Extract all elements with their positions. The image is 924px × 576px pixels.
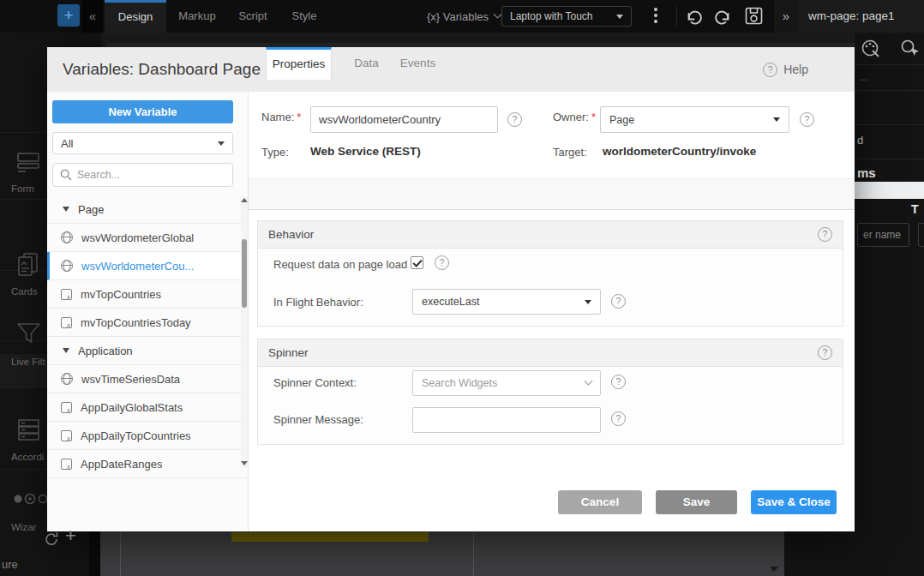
save-and-close-button[interactable]: Save & Close (751, 490, 837, 514)
palette-item-form[interactable]: Form (0, 151, 47, 173)
model-variable-icon (61, 459, 72, 470)
spinner-title: Spinner (268, 339, 309, 367)
palette-partial-label: ure (2, 558, 18, 571)
panel-input-fragment[interactable]: er name (857, 223, 909, 247)
right-properties-panel: ... d ms T er name (855, 33, 924, 576)
accordion-icon (17, 418, 40, 441)
toolbar-divider (676, 6, 677, 27)
tab-markup[interactable]: Markup (168, 0, 226, 33)
variables-menu[interactable]: {x} Variables (427, 0, 501, 33)
panel-input-fragment[interactable] (918, 223, 924, 247)
palette-item-cards[interactable]: Cards (0, 252, 47, 276)
device-select-value: Laptop with Touch (510, 10, 593, 22)
redo-icon[interactable] (714, 8, 732, 25)
scroll-up-icon[interactable] (241, 198, 248, 202)
inflight-behavior-select[interactable]: executeLast (412, 289, 601, 315)
help-icon[interactable]: ? (507, 112, 522, 127)
palette-item-wizard[interactable]: Wizar (0, 491, 47, 507)
palette-item-label: Wizar (11, 522, 36, 532)
more-options-icon[interactable] (654, 8, 657, 23)
tree-item-variable[interactable]: AppDateRanges (47, 450, 248, 478)
tree-item-variable[interactable]: wsvTimeSeriesData (47, 365, 248, 393)
dialog-tabs (249, 178, 855, 210)
behavior-section: Behavior ? Request data on page load ? I… (257, 220, 843, 327)
tree-item-variable[interactable]: mvTopCountriesToday (47, 309, 248, 337)
palette-item-label: Form (11, 183, 34, 194)
filter-value: All (61, 137, 73, 150)
caret-down-icon (63, 207, 69, 212)
panel-fragment: ... (859, 70, 868, 83)
inflight-behavior-label: In Flight Behavior: (273, 296, 363, 309)
undo-icon[interactable] (685, 8, 703, 25)
tab-events[interactable]: Events (386, 47, 450, 79)
tab-style[interactable]: Style (279, 0, 329, 33)
inspect-widget-icon[interactable] (900, 39, 921, 59)
help-icon[interactable]: ? (611, 411, 626, 426)
dialog-header: Variables: Dashboard Page ? Help (47, 47, 855, 92)
panel-fragment: d (857, 134, 863, 147)
tree-item-variable[interactable]: AppDailyGlobalStats (47, 393, 248, 422)
spinner-message-input[interactable] (412, 407, 601, 433)
web-service-icon (61, 373, 73, 385)
spinner-context-select[interactable]: Search Widgets (412, 370, 601, 396)
tree-item-variable-selected[interactable]: wsvWorldometerCou... (47, 252, 248, 280)
help-link[interactable]: ? Help (763, 47, 808, 92)
tab-properties[interactable]: Properties (266, 47, 332, 80)
caret-down-icon (773, 117, 780, 122)
tab-design[interactable]: Design (105, 0, 166, 33)
save-button[interactable]: Save (656, 490, 737, 514)
add-icon[interactable]: + (65, 525, 76, 547)
canvas-widget-highlight[interactable] (231, 532, 429, 542)
tree-item-variable[interactable]: mvTopCountries (47, 280, 248, 309)
screen: + « Design Markup Script Style {x} Varia… (0, 0, 924, 576)
help-icon[interactable]: ? (818, 345, 832, 360)
palette-item-live-filter[interactable]: Live Filt (0, 321, 47, 345)
page-tab[interactable]: wm-page: page1 (798, 0, 924, 33)
tree-scrollbar[interactable] (241, 196, 248, 467)
spinner-context-label: Spinner Context: (273, 376, 357, 389)
scroll-down-icon[interactable] (241, 461, 248, 465)
dialog-title: Variables: Dashboard Page (63, 47, 261, 92)
panel-fragment: T (911, 202, 919, 216)
palette-item-label: Live Filt (11, 357, 45, 367)
tree-item-variable[interactable]: AppDailyTopCountries (47, 422, 248, 450)
help-icon[interactable]: ? (435, 255, 449, 270)
variables-dialog: Variables: Dashboard Page ? Help New Var… (47, 47, 855, 531)
chevron-right-icon[interactable]: » (774, 0, 798, 33)
variables-menu-label: {x} Variables (427, 10, 489, 23)
name-input[interactable] (310, 106, 498, 133)
owner-select[interactable]: Page (600, 106, 789, 133)
tab-script[interactable]: Script (226, 0, 279, 33)
panel-fragment: ms (857, 165, 876, 180)
tree-item-variable[interactable]: wsvWordometerGlobal (47, 224, 248, 252)
web-service-icon (61, 260, 73, 272)
collapse-panel-button[interactable]: « (82, 0, 103, 33)
variable-search[interactable] (52, 163, 233, 187)
caret-down-icon (585, 300, 591, 304)
caret-down-icon (616, 15, 623, 19)
palette-item-accordion[interactable]: Accordi (0, 418, 47, 441)
tree-group-page[interactable]: Page (47, 195, 248, 224)
help-icon[interactable]: ? (611, 375, 626, 389)
theme-palette-icon[interactable] (861, 39, 881, 59)
spinner-section: Spinner ? Spinner Context: Search Widget… (257, 339, 843, 445)
add-widget-button[interactable]: + (57, 4, 80, 27)
chevron-down-icon (494, 9, 502, 18)
save-icon[interactable] (745, 7, 763, 25)
tree-group-application[interactable]: Application (47, 337, 248, 365)
spinner-message-label: Spinner Message: (273, 413, 363, 426)
refresh-icon[interactable] (45, 531, 59, 546)
scrollbar-thumb[interactable] (242, 239, 247, 308)
cancel-button[interactable]: Cancel (558, 490, 642, 514)
search-icon (60, 169, 72, 181)
variable-filter-select[interactable]: All (52, 132, 233, 154)
help-icon[interactable]: ? (611, 294, 626, 309)
search-input[interactable] (77, 169, 214, 181)
help-icon[interactable]: ? (818, 227, 832, 242)
design-canvas[interactable] (100, 527, 784, 576)
help-icon[interactable]: ? (800, 112, 814, 127)
new-variable-button[interactable]: New Variable (52, 100, 233, 123)
request-data-checkbox[interactable] (411, 256, 423, 269)
model-variable-icon (61, 289, 72, 300)
device-preview-select[interactable]: Laptop with Touch (501, 6, 632, 27)
